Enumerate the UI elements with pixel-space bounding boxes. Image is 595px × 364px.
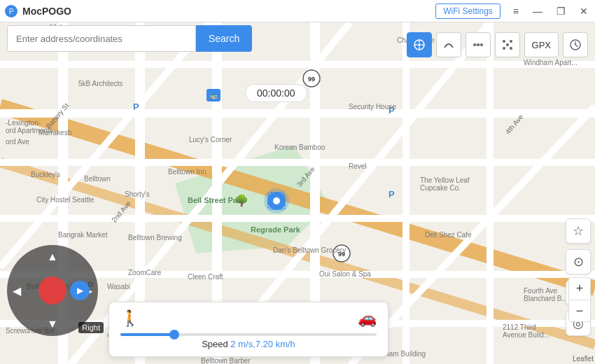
restore-button[interactable]: ❐ (550, 0, 573, 22)
svg-point-52 (506, 43, 509, 46)
curve-button[interactable] (436, 32, 461, 57)
svg-point-42 (418, 43, 421, 46)
close-button[interactable]: ✕ (573, 0, 595, 22)
joystick-center[interactable] (38, 276, 66, 304)
minimize-button[interactable]: — (526, 0, 550, 22)
compass-button[interactable]: ⊙ (566, 249, 591, 274)
joystick-up[interactable]: ▲ (47, 251, 58, 263)
biz-belltown-brewing: Belltown Brewing (128, 234, 182, 241)
timer-badge: 00:00:00 (245, 84, 307, 102)
joystick: ▲ ▼ ◀ ▶ ▶ Right (7, 245, 98, 336)
searchbar: Search (7, 25, 252, 52)
timer-value: 00:00:00 (257, 88, 295, 99)
speed-text: Speed 2 m/s,7.20 km/h (120, 339, 377, 349)
leaflet-badge: Leaflet (573, 355, 594, 363)
biz-shortys: Shorty's (125, 190, 150, 198)
svg-point-35 (273, 197, 280, 204)
biz-oui-salon: Oui Salon & Spa (319, 270, 371, 278)
biz-dans-grocery: Dan's Belltown Grocery (273, 246, 346, 254)
svg-text:P: P (133, 102, 139, 112)
biz-korean-bamboo: Korean Bamboo (274, 144, 325, 151)
biz-deli-shez: Deli Shez Cafe (425, 231, 472, 239)
map[interactable]: 99 99 🚌 P P P P 🌳 Battery St 2nd Ave 3rd… (0, 22, 595, 364)
svg-text:P: P (388, 189, 395, 200)
wifi-settings-button[interactable]: WiFi Settings (435, 4, 500, 19)
svg-point-43 (473, 43, 476, 46)
biz-fourth-blanchard: Fourth AveBlanchard B... (524, 287, 568, 302)
joystick-left[interactable]: ◀ (13, 284, 21, 298)
svg-line-55 (575, 45, 578, 46)
svg-text:🚌: 🚌 (209, 91, 218, 100)
biz-belltown-inn: Belltown Inn (168, 168, 206, 176)
biz-zoomcare: ZoomCare (128, 269, 161, 276)
biz-belltown: Belltown (84, 175, 111, 183)
speed-value: 2 m/s,7.20 km/h (230, 339, 295, 349)
app-logo: P (0, 0, 22, 22)
svg-point-48 (503, 40, 505, 43)
svg-point-45 (480, 43, 483, 46)
biz-wasabi: Wasabi (107, 283, 130, 290)
history-button[interactable] (563, 32, 588, 57)
svg-text:P: P (9, 8, 14, 15)
address-input[interactable] (7, 25, 196, 52)
joystick-down[interactable]: ▼ (47, 318, 58, 330)
biz-belltown-barber: Belltown Barber (201, 357, 251, 364)
biz-revel: Revel (349, 162, 367, 170)
biz-security-house: Security House (349, 103, 396, 111)
speed-slider-row (120, 333, 377, 336)
biz-lexington: -Lexington-ord Apartments (6, 119, 53, 134)
speed-slider[interactable] (120, 333, 377, 336)
biz-ave: ord Ave (6, 138, 29, 146)
biz-5kb: 5kB Architects (78, 80, 122, 88)
star-button[interactable]: ☆ (566, 218, 591, 244)
biz-lucys: Lucy's Corner (189, 136, 232, 144)
svg-text:99: 99 (308, 76, 315, 83)
car-icon: 🚗 (358, 309, 377, 328)
park-label-bell: Bell Street Park (188, 196, 244, 204)
waypoint-button[interactable] (465, 32, 491, 57)
svg-point-51 (510, 47, 512, 50)
svg-point-50 (503, 47, 505, 50)
nodes-button[interactable] (495, 32, 520, 57)
joystick-blue-dot: ▶ (70, 281, 90, 300)
svg-point-49 (510, 40, 512, 43)
toolbar-right: GPX (407, 32, 588, 57)
biz-yellow-leaf: The Yellow LeafCupcake Co. (420, 176, 470, 192)
biz-buckleys: Buckley's (31, 171, 60, 178)
walk-icon: 🚶 (120, 309, 139, 328)
right-label: Right (78, 322, 104, 333)
search-button[interactable]: Search (196, 25, 252, 52)
zoom-in-button[interactable]: + (568, 277, 591, 300)
speed-icons: 🚶 🚗 (120, 309, 377, 328)
park-label-regrade: Regrade Park (251, 225, 300, 234)
zoom-out-button[interactable]: − (568, 300, 591, 322)
speed-panel: 🚶 🚗 Speed 2 m/s,7.20 km/h (108, 302, 388, 357)
app-title: MocPOGO (22, 6, 435, 17)
svg-point-44 (477, 43, 479, 46)
zoom-controls: + − (568, 277, 591, 322)
gpx-button[interactable]: GPX (524, 32, 559, 57)
biz-bangrak: Bangrak Market (58, 231, 108, 239)
speed-label: Speed (202, 339, 230, 349)
biz-2112-third: 2112 ThirdAvenue Build... (503, 323, 550, 339)
menu-button[interactable]: ≡ (506, 0, 526, 22)
titlebar: P MocPOGO WiFi Settings ≡ — ❐ ✕ (0, 0, 595, 22)
crosshair-button[interactable] (407, 32, 432, 57)
biz-city-hostel: City Hostel Seattle (36, 196, 94, 204)
biz-windham: Windham Apart... (524, 59, 578, 66)
biz-cleen-craft: Cleen Craft (188, 273, 223, 281)
